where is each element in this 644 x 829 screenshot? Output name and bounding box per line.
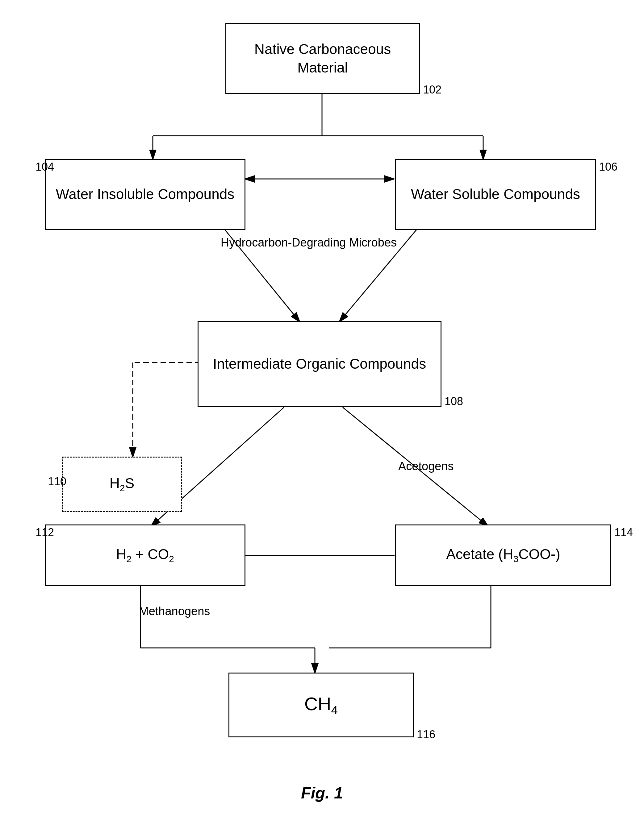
ncm-label: Native Carbonaceous Material [232,40,413,77]
diagram-container: Native Carbonaceous Material 102 Water I… [0,0,644,829]
acetogens-label: Acetogens [398,460,454,473]
ioc-label: Intermediate Organic Compounds [213,355,426,373]
h2co2-label: H2 + CO2 [116,545,174,565]
h2s-label: H2S [110,474,134,494]
ioc-ref: 108 [445,395,463,408]
h2s-box: H2S [62,457,182,512]
ncm-box: Native Carbonaceous Material [226,23,420,94]
wic-label: Water Insoluble Compounds [56,185,235,203]
h2co2-ref: 112 [35,526,54,539]
ncm-ref: 102 [423,83,442,96]
wsc-box: Water Soluble Compounds [395,159,596,230]
acetate-box: Acetate (H3COO-) [395,525,611,586]
figure-label: Fig. 1 [247,784,397,802]
wsc-label: Water Soluble Compounds [411,185,580,203]
wic-box: Water Insoluble Compounds [45,159,245,230]
ioc-box: Intermediate Organic Compounds [197,321,442,407]
acetate-ref: 114 [614,526,633,539]
h2s-ref: 110 [48,475,66,488]
h2co2-box: H2 + CO2 [45,525,245,586]
acetate-label: Acetate (H3COO-) [446,545,560,565]
ch4-box: CH4 [229,673,414,738]
microbes-label: Hydrocarbon-Degrading Microbes [216,235,401,251]
ch4-label: CH4 [305,692,338,718]
wic-ref: 104 [35,161,54,173]
wsc-ref: 106 [599,161,617,173]
ch4-ref: 116 [417,728,435,741]
methanogens-label: Methanogens [139,605,210,618]
